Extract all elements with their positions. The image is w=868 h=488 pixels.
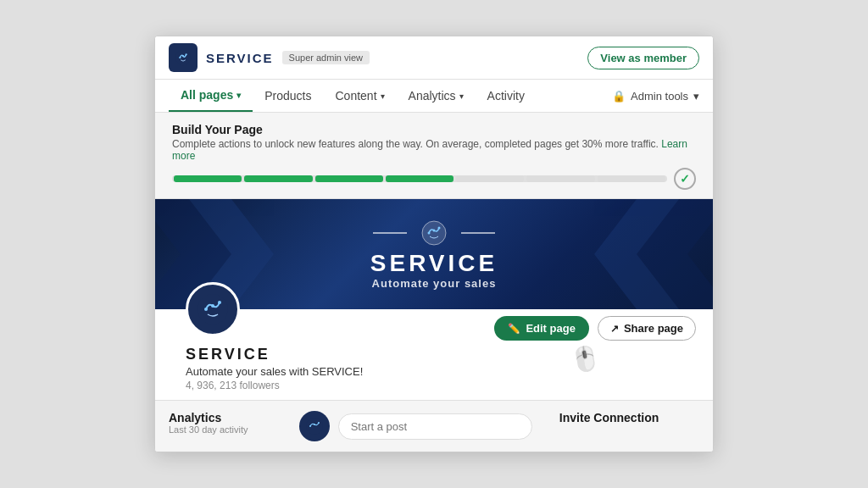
banner-line-left xyxy=(373,232,407,234)
svg-point-2 xyxy=(182,55,184,57)
svg-point-10 xyxy=(422,221,446,245)
banner-subtitle: Automate your sales xyxy=(372,277,497,290)
edit-icon: ✏️ xyxy=(508,323,520,335)
progress-seg-5 xyxy=(456,175,524,182)
svg-point-3 xyxy=(186,53,187,55)
build-description: Complete actions to unlock new features … xyxy=(172,138,696,162)
profile-name: SERVICE xyxy=(186,346,696,363)
svg-point-14 xyxy=(198,294,228,324)
view-member-button[interactable]: View as member xyxy=(587,47,699,69)
svg-point-19 xyxy=(309,425,311,427)
profile-banner: SERVICE Automate your sales xyxy=(155,199,713,309)
check-circle: ✓ xyxy=(674,168,696,190)
banner-line-right xyxy=(461,232,495,234)
analytics-title: Analytics xyxy=(169,411,286,424)
progress-seg-6 xyxy=(526,175,594,182)
share-icon: ↗ xyxy=(610,323,619,335)
top-bar: SERVICE Super admin view View as member xyxy=(155,36,713,80)
profile-avatar xyxy=(186,282,240,336)
lock-icon: 🔒 xyxy=(612,90,626,103)
svg-point-11 xyxy=(427,231,430,234)
svg-point-17 xyxy=(218,301,221,304)
edit-page-button[interactable]: ✏️ Edit page xyxy=(494,316,589,341)
invite-title: Invite Connection xyxy=(559,411,699,424)
profile-buttons: ✏️ Edit page ↗ Share page xyxy=(494,316,696,341)
progress-seg-3 xyxy=(315,175,383,182)
top-bar-left: SERVICE Super admin view xyxy=(169,43,370,72)
dropdown-arrow-icon: ▾ xyxy=(381,92,385,101)
nav-all-pages[interactable]: All pages ▾ xyxy=(169,80,253,112)
dropdown-arrow-icon: ▾ xyxy=(236,91,241,100)
post-avatar xyxy=(299,411,330,441)
build-banner: Build Your Page Complete actions to unlo… xyxy=(155,113,713,199)
dropdown-arrow-icon: ▾ xyxy=(459,92,464,101)
profile-section: ✏️ Edit page ↗ Share page 🖱️ SERVICE Aut… xyxy=(155,309,713,401)
progress-seg-4 xyxy=(386,175,453,182)
profile-info: SERVICE Automate your sales with SERVICE… xyxy=(186,346,696,391)
svg-point-16 xyxy=(211,304,214,308)
svg-point-21 xyxy=(318,422,320,424)
nav-content[interactable]: Content ▾ xyxy=(324,80,397,111)
admin-tools-menu[interactable]: 🔒 Admin tools ▾ xyxy=(612,90,699,103)
dropdown-arrow-icon: ▾ xyxy=(693,90,699,103)
post-input[interactable] xyxy=(338,413,532,440)
banner-title: SERVICE xyxy=(370,250,498,277)
logo xyxy=(169,43,198,72)
invite-box: Invite Connection xyxy=(546,411,699,441)
nav-analytics[interactable]: Analytics ▾ xyxy=(397,80,476,111)
build-title: Build Your Page xyxy=(172,123,696,136)
share-page-button[interactable]: ↗ Share page xyxy=(598,316,696,341)
svg-point-1 xyxy=(179,57,181,58)
banner-brain-icon xyxy=(420,219,448,247)
banner-logo-row xyxy=(373,219,495,247)
brand-name: SERVICE xyxy=(206,51,274,65)
svg-point-18 xyxy=(306,418,323,435)
svg-point-12 xyxy=(432,229,435,231)
svg-point-0 xyxy=(175,50,191,65)
analytics-subtitle: Last 30 day activity xyxy=(169,424,286,435)
admin-badge: Super admin view xyxy=(282,51,370,64)
svg-point-20 xyxy=(314,424,315,425)
right-chevrons-icon xyxy=(577,199,713,309)
progress-seg-2 xyxy=(244,175,312,182)
progress-row: ✓ xyxy=(172,168,696,190)
progress-bar xyxy=(172,175,667,182)
progress-seg-7 xyxy=(598,175,665,182)
bottom-row: Analytics Last 30 day activity Invite Co… xyxy=(155,401,713,452)
progress-seg-1 xyxy=(174,175,242,182)
banner-center: SERVICE Automate your sales xyxy=(370,219,498,290)
main-window: SERVICE Super admin view View as member … xyxy=(154,36,714,452)
analytics-box: Analytics Last 30 day activity xyxy=(169,411,286,441)
nav-products[interactable]: Products xyxy=(253,80,323,111)
svg-point-13 xyxy=(437,226,440,229)
profile-followers: 4, 936, 213 followers xyxy=(186,380,696,391)
post-box xyxy=(286,411,546,441)
nav-activity[interactable]: Activity xyxy=(476,80,537,111)
nav-bar: All pages ▾ Products Content ▾ Analytics… xyxy=(155,80,713,113)
profile-tagline: Automate your sales with SERVICE! xyxy=(186,365,696,378)
svg-point-15 xyxy=(204,308,208,311)
